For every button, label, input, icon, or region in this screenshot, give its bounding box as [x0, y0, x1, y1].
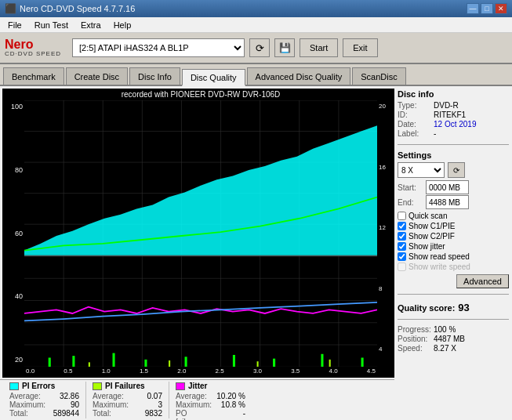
quality-score-label: Quality score: — [398, 303, 455, 313]
position-label: Position: — [398, 335, 430, 343]
id-value: RITEKF1 — [434, 110, 466, 119]
menu-run-test[interactable]: Run Test — [30, 19, 73, 31]
close-button[interactable]: ✕ — [495, 3, 507, 14]
show-write-speed-checkbox[interactable] — [398, 262, 406, 271]
speed-select[interactable]: 8 X Max 2 X 4 X 12 X 16 X — [398, 162, 445, 178]
start-button[interactable]: Start — [300, 38, 338, 57]
exit-button[interactable]: Exit — [343, 38, 377, 57]
svg-rect-36 — [321, 354, 323, 367]
jitter-max-label: Maximum: — [176, 400, 211, 409]
speed-value: 8.27 X — [434, 344, 456, 353]
jitter-color-box — [176, 382, 185, 390]
jitter-avg-label: Average: — [176, 392, 211, 400]
tab-scan-disc[interactable]: ScanDisc — [352, 67, 405, 85]
window-controls[interactable]: — □ ✕ — [467, 3, 507, 14]
side-panel: Disc info Type: DVD-R ID: RITEKF1 Date: … — [394, 86, 512, 420]
minimize-button[interactable]: — — [467, 3, 479, 14]
show-c2pif-checkbox[interactable] — [398, 232, 406, 241]
pi-errors-max-value: 90 — [48, 400, 79, 409]
stat-group-pi-errors: PI Errors Average: 32.86 Maximum: 90 Tot… — [3, 382, 86, 418]
svg-marker-14 — [24, 125, 377, 255]
type-label: Type: — [398, 101, 430, 110]
tab-disc-quality[interactable]: Disc Quality — [182, 69, 245, 86]
drive-select[interactable]: [2:5] ATAPI iHAS324 A BL1P — [72, 38, 245, 57]
title-bar: ⬛ Nero CD-DVD Speed 4.7.7.16 — □ ✕ — [0, 0, 512, 17]
svg-rect-40 — [257, 361, 259, 367]
pi-failures-max-label: Maximum: — [93, 400, 128, 409]
date-label: Date: — [398, 120, 430, 129]
maximize-button[interactable]: □ — [481, 3, 493, 14]
svg-rect-38 — [89, 362, 90, 367]
label-value: - — [434, 129, 436, 138]
menu-bar: File Run Test Extra Help — [0, 17, 512, 33]
pi-errors-avg-label: Average: — [9, 392, 45, 400]
progress-label: Progress: — [398, 325, 430, 334]
tabs-bar: Benchmark Create Disc Disc Info Disc Qua… — [0, 64, 512, 86]
tab-benchmark[interactable]: Benchmark — [3, 67, 64, 85]
menu-extra[interactable]: Extra — [76, 19, 106, 31]
pi-errors-total-label: Total: — [9, 409, 45, 418]
pi-failures-avg-label: Average: — [93, 392, 128, 400]
tab-advanced-disc-quality[interactable]: Advanced Disc Quality — [247, 67, 351, 85]
disc-info-section: Disc info Type: DVD-R ID: RITEKF1 Date: … — [398, 89, 509, 139]
tab-create-disc[interactable]: Create Disc — [66, 67, 128, 85]
svg-rect-37 — [361, 357, 364, 367]
pi-errors-label: PI Errors — [22, 382, 55, 390]
quality-score-value: 93 — [458, 302, 469, 313]
svg-rect-39 — [169, 360, 170, 367]
settings-title: Settings — [398, 150, 509, 160]
bottom-chart-svg — [24, 256, 377, 367]
quick-scan-label: Quick scan — [409, 212, 447, 220]
show-read-speed-label: Show read speed — [409, 252, 470, 261]
y-label-20: 20 — [2, 356, 24, 364]
save-icon-button[interactable]: 💾 — [274, 38, 295, 57]
show-c1pie-checkbox[interactable] — [398, 222, 406, 230]
svg-rect-34 — [233, 355, 235, 367]
show-jitter-label: Show jitter — [409, 242, 445, 251]
end-mb-input[interactable] — [426, 195, 469, 209]
id-label: ID: — [398, 110, 430, 119]
refresh-icon-button[interactable]: ⟳ — [249, 38, 270, 57]
show-c2pif-label: Show C2/PIF — [409, 232, 455, 241]
speed-refresh-button[interactable]: ⟳ — [448, 162, 465, 178]
label-label: Label: — [398, 129, 430, 138]
main-content: 100 80 60 40 20 recorded with PIONEER DV… — [0, 86, 512, 420]
svg-rect-33 — [185, 357, 187, 367]
toolbar: Nero CD·DVD SPEED [2:5] ATAPI iHAS324 A … — [0, 33, 512, 64]
stat-group-pi-failures: PI Failures Average: 0.07 Maximum: 3 Tot… — [86, 382, 169, 418]
quality-score-row: Quality score: 93 — [398, 302, 509, 313]
pi-failures-total-value: 9832 — [131, 409, 162, 418]
menu-file[interactable]: File — [3, 19, 27, 31]
show-jitter-checkbox[interactable] — [398, 242, 406, 251]
divider-3 — [398, 319, 509, 320]
chart-title: recorded with PIONEER DVD-RW DVR-106D — [24, 89, 377, 100]
pi-errors-color-box — [9, 382, 19, 390]
position-value: 4487 MB — [434, 335, 465, 343]
quick-scan-checkbox[interactable] — [398, 212, 406, 220]
show-c1pie-label: Show C1/PIE — [409, 222, 455, 230]
show-read-speed-checkbox[interactable] — [398, 252, 406, 261]
y-label-100: 100 — [2, 103, 24, 110]
start-mb-input[interactable] — [426, 180, 469, 194]
jitter-po-label: PO failures: — [176, 409, 211, 420]
show-write-speed-label: Show write speed — [409, 262, 470, 271]
y-label-80: 80 — [2, 166, 24, 174]
tab-disc-info[interactable]: Disc Info — [129, 67, 180, 85]
settings-section: Settings 8 X Max 2 X 4 X 12 X 16 X ⟳ Sta… — [398, 150, 509, 288]
svg-rect-32 — [144, 360, 147, 367]
x-axis-labels: 0.0 0.5 1.0 1.5 2.0 2.5 3.0 3.5 4.0 4.5 — [24, 367, 377, 378]
nero-sub-text: CD·DVD SPEED — [5, 51, 61, 57]
advanced-button[interactable]: Advanced — [456, 274, 509, 288]
y-axis-right-top: 20 16 12 8 4 — [377, 89, 394, 378]
divider-1 — [398, 144, 509, 145]
menu-help[interactable]: Help — [109, 19, 136, 31]
nero-logo: Nero CD·DVD SPEED — [5, 38, 61, 57]
end-mb-label: End: — [398, 198, 423, 207]
svg-rect-31 — [113, 353, 115, 367]
jitter-avg-value: 10.20 % — [214, 392, 245, 400]
date-value: 12 Oct 2019 — [434, 120, 476, 129]
start-mb-label: Start: — [398, 183, 423, 192]
y-label-60: 60 — [2, 230, 24, 237]
app-title: Nero CD-DVD Speed 4.7.7.16 — [20, 4, 135, 13]
svg-rect-29 — [49, 357, 51, 367]
